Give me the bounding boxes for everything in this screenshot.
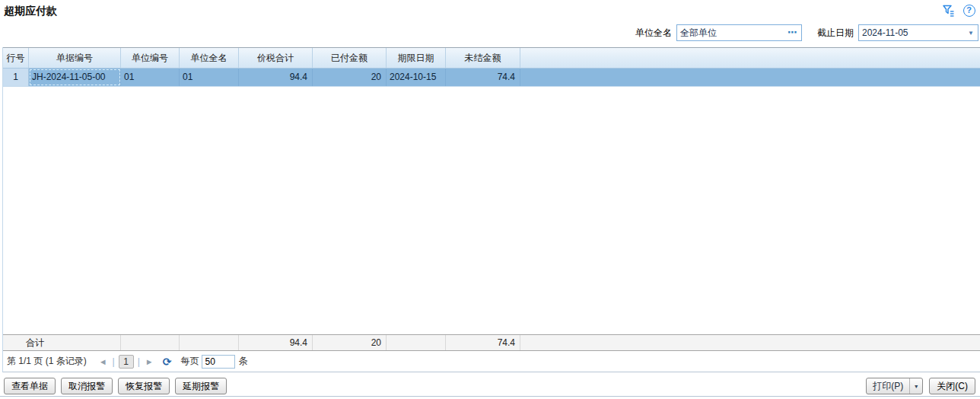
postpone-alarm-button[interactable]: 延期报警	[175, 378, 227, 394]
cutoff-date-label: 截止日期	[817, 27, 854, 40]
pager-divider: |	[138, 356, 140, 367]
view-document-button[interactable]: 查看单据	[4, 378, 56, 394]
page-title: 超期应付款	[4, 5, 57, 18]
ellipsis-icon[interactable]: ⋯	[788, 27, 801, 40]
question-mark-glyph: ?	[963, 5, 975, 17]
unit-name-value: 全部单位	[677, 27, 788, 40]
unsettled-amount-cell[interactable]: 74.4	[446, 69, 520, 86]
cancel-alarm-button[interactable]: 取消报警	[61, 378, 113, 394]
print-button-label[interactable]: 打印(P)	[867, 378, 909, 394]
page-number-button[interactable]: 1	[119, 355, 134, 369]
totals-label: 合计	[3, 335, 121, 350]
footer-left-buttons: 查看单据 取消报警 恢复报警 延期报警	[4, 378, 227, 394]
column-header-filler	[520, 48, 980, 69]
totals-empty-unit-name	[180, 335, 239, 350]
cutoff-date-value: 2024-11-05	[859, 27, 968, 38]
unit-code-cell[interactable]: 01	[121, 69, 180, 86]
column-header-price-tax-total[interactable]: 价税合计	[239, 48, 313, 69]
pagination-bar: 第 1/1 页 (1 条记录) ◄ | 1 | ► ⟳ 每页 条	[3, 351, 980, 372]
totals-filler	[520, 335, 980, 350]
per-page-label: 每页	[180, 355, 199, 368]
row-filler-cell	[520, 69, 980, 86]
totals-price-tax: 94.4	[239, 335, 313, 350]
table-row[interactable]: 1 JH-2024-11-05-00 01 01 94.4 20 2024-10…	[3, 69, 980, 87]
cutoff-date-select[interactable]: 2024-11-05 ▼	[858, 24, 978, 41]
doc-no-cell[interactable]: JH-2024-11-05-00	[29, 69, 121, 86]
close-button[interactable]: 关闭(C)	[929, 378, 975, 394]
filter-bar: 单位全名 全部单位 ⋯ 截止日期 2024-11-05 ▼	[635, 24, 978, 42]
footer-right-buttons: 打印(P) ▼ 关闭(C)	[866, 378, 975, 394]
unit-name-input[interactable]: 全部单位 ⋯	[676, 24, 802, 41]
column-header-row-no[interactable]: 行号	[3, 48, 29, 69]
totals-paid: 20	[313, 335, 387, 350]
filter-icon[interactable]	[942, 4, 955, 17]
price-tax-total-cell[interactable]: 94.4	[239, 69, 313, 86]
page-summary: 第 1/1 页 (1 条记录)	[7, 355, 87, 368]
next-page-icon[interactable]: ►	[144, 357, 155, 366]
grid-header-row: 行号 单据编号 单位编号 单位全名 价税合计 已付金额 期限日期 未结金额	[3, 47, 980, 69]
row-number-cell: 1	[3, 69, 29, 86]
paid-amount-cell[interactable]: 20	[313, 69, 387, 86]
column-header-unsettled-amount[interactable]: 未结金额	[446, 48, 520, 69]
totals-empty-date	[387, 335, 446, 350]
column-header-deadline-date[interactable]: 期限日期	[387, 48, 446, 69]
help-icon[interactable]: ?	[963, 4, 975, 17]
chevron-down-icon[interactable]: ▼	[968, 30, 978, 37]
totals-empty-unit-code	[121, 335, 180, 350]
totals-unsettled: 74.4	[446, 335, 520, 350]
title-icon-group: ?	[942, 4, 975, 17]
pager-divider: |	[113, 356, 115, 367]
chevron-down-icon[interactable]: ▼	[909, 378, 922, 394]
totals-row: 合计 94.4 20 74.4	[3, 334, 980, 351]
data-grid: 行号 单据编号 单位编号 单位全名 价税合计 已付金额 期限日期 未结金额 1 …	[2, 47, 980, 372]
prev-page-icon[interactable]: ◄	[97, 357, 109, 366]
per-page-suffix: 条	[238, 355, 247, 368]
column-header-paid-amount[interactable]: 已付金额	[313, 48, 387, 69]
column-header-doc-no[interactable]: 单据编号	[29, 48, 121, 69]
column-header-unit-name[interactable]: 单位全名	[180, 48, 239, 69]
unit-name-label: 单位全名	[635, 27, 672, 40]
column-header-unit-code[interactable]: 单位编号	[121, 48, 180, 69]
window-bottom-divider	[0, 396, 980, 397]
print-button[interactable]: 打印(P) ▼	[866, 378, 923, 394]
per-page-input[interactable]	[202, 355, 235, 369]
grid-empty-area	[3, 87, 980, 334]
refresh-icon[interactable]: ⟳	[163, 356, 172, 368]
deadline-date-cell[interactable]: 2024-10-15	[387, 69, 446, 86]
unit-name-cell[interactable]: 01	[180, 69, 239, 86]
overdue-payables-window: 超期应付款 ? 单位全名 全部单位 ⋯ 截止日期 2024-11-05 ▼ 行号	[0, 0, 980, 399]
restore-alarm-button[interactable]: 恢复报警	[118, 378, 170, 394]
